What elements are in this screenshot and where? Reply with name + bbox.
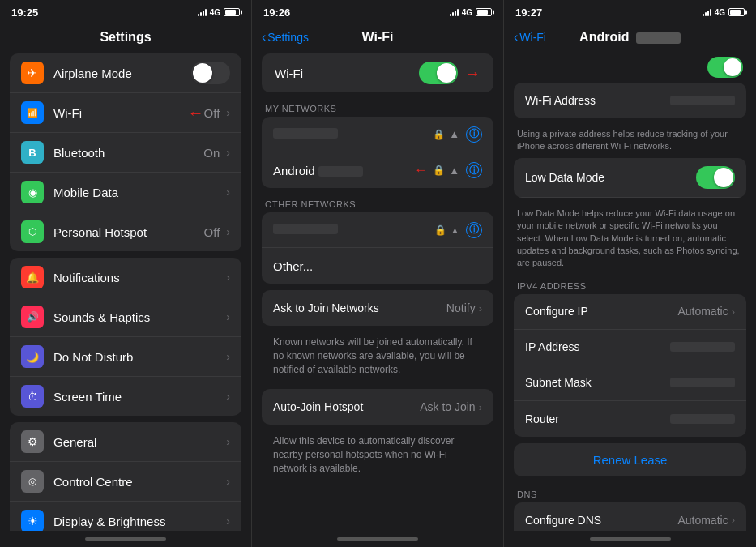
home-indicator-2 bbox=[252, 531, 503, 547]
auto-join-label: Auto-Join Hotspot bbox=[273, 400, 420, 413]
screen-time-chevron: › bbox=[226, 390, 230, 403]
settings-item-general[interactable]: ⚙ General › bbox=[10, 422, 241, 462]
settings-item-notifications[interactable]: 🔔 Notifications › bbox=[10, 258, 241, 297]
router-value bbox=[670, 414, 735, 424]
status-bar-3: 19:27 4G bbox=[504, 0, 756, 23]
control-centre-icon: ◎ bbox=[21, 470, 44, 493]
mobile-data-chevron: › bbox=[226, 186, 230, 199]
nav-header-wifi: ‹ Settings Wi-Fi bbox=[252, 23, 503, 53]
dnd-chevron: › bbox=[226, 350, 230, 363]
settings-item-hotspot[interactable]: ⬡ Personal Hotspot Off › bbox=[10, 212, 241, 251]
router-row: Router bbox=[514, 401, 746, 437]
hotspot-icon: ⬡ bbox=[21, 220, 44, 243]
home-indicator-1 bbox=[0, 531, 251, 547]
red-arrow-wifi-toggle: → bbox=[464, 64, 481, 83]
settings-item-control-centre[interactable]: ◎ Control Centre › bbox=[10, 462, 241, 502]
back-button-detail[interactable]: ‹ Wi-Fi bbox=[514, 30, 546, 45]
wifi-icon: 📶 bbox=[21, 101, 44, 124]
low-data-mode-row: Low Data Mode bbox=[514, 158, 746, 198]
ask-to-join-desc: Known networks will be joined automatica… bbox=[262, 329, 493, 382]
time-3: 19:27 bbox=[515, 6, 542, 19]
my-networks-group: 🔒 ▲ ⓘ Android ← 🔒 ▲ ⓘ bbox=[262, 117, 493, 188]
settings-item-airplane-mode[interactable]: ✈ Airplane Mode bbox=[10, 53, 241, 93]
low-data-group: Low Data Mode bbox=[514, 158, 746, 198]
airplane-mode-toggle[interactable] bbox=[191, 62, 230, 84]
settings-item-mobile-data[interactable]: ◉ Mobile Data › bbox=[10, 173, 241, 212]
configure-ip-row[interactable]: Configure IP Automatic › bbox=[514, 294, 746, 330]
low-data-mode-desc: Low Data Mode helps reduce your Wi-Fi da… bbox=[504, 204, 756, 275]
bluetooth-label: Bluetooth bbox=[53, 146, 203, 160]
low-data-mode-toggle[interactable] bbox=[696, 166, 735, 189]
auto-join-desc: Allow this device to automatically disco… bbox=[262, 428, 493, 481]
mobile-data-label: Mobile Data bbox=[53, 186, 224, 199]
wifi-address-group: Wi-Fi Address bbox=[514, 83, 746, 118]
wifi-value: Off bbox=[204, 106, 220, 120]
low-data-mode-label: Low Data Mode bbox=[525, 171, 690, 184]
configure-ip-label: Configure IP bbox=[525, 305, 677, 318]
network-item-2[interactable]: Android ← 🔒 ▲ ⓘ bbox=[262, 152, 493, 188]
sounds-label: Sounds & Haptics bbox=[53, 310, 224, 324]
sounds-icon: 🔊 bbox=[21, 306, 44, 328]
connected-toggle-area bbox=[504, 53, 756, 83]
settings-item-bluetooth[interactable]: B Bluetooth On › bbox=[10, 133, 241, 173]
network-icons-1: 🔒 ▲ bbox=[433, 128, 459, 140]
page-title-wifi: Wi-Fi bbox=[362, 30, 394, 45]
settings-item-dnd[interactable]: 🌙 Do Not Disturb › bbox=[10, 337, 241, 377]
general-label: General bbox=[53, 435, 224, 449]
configure-dns-chevron: › bbox=[732, 514, 735, 526]
network-info-btn-1[interactable]: ⓘ bbox=[466, 126, 482, 143]
other-network-link[interactable]: Other... bbox=[262, 248, 493, 284]
lte-1: 4G bbox=[210, 8, 220, 17]
wifi-address-row: Wi-Fi Address bbox=[514, 83, 746, 118]
mobile-data-icon: ◉ bbox=[21, 181, 44, 203]
back-label-detail: Wi-Fi bbox=[519, 31, 546, 44]
hotspot-label: Personal Hotspot bbox=[53, 225, 204, 239]
ipv4-group: Configure IP Automatic › IP Address Subn… bbox=[514, 294, 746, 437]
wifi-chevron: › bbox=[226, 106, 230, 119]
ask-to-join-label: Ask to Join Networks bbox=[273, 301, 446, 314]
panel-network-detail: 19:27 4G ‹ Wi-Fi Android bbox=[504, 0, 756, 547]
connected-toggle[interactable] bbox=[707, 57, 743, 78]
settings-item-sounds[interactable]: 🔊 Sounds & Haptics › bbox=[10, 297, 241, 337]
wifi-main-toggle[interactable] bbox=[419, 62, 458, 84]
network-item-3[interactable]: 🔒 ▲ ⓘ bbox=[262, 212, 493, 248]
control-centre-chevron: › bbox=[226, 475, 230, 488]
back-button-wifi[interactable]: ‹ Settings bbox=[262, 30, 309, 45]
renew-lease-button[interactable]: Renew Lease bbox=[514, 443, 746, 476]
settings-item-wifi[interactable]: 📶 Wi-Fi ← Off › bbox=[10, 93, 241, 133]
network-name-1 bbox=[273, 127, 433, 141]
ip-address-label: IP Address bbox=[525, 340, 670, 353]
ask-to-join-row: Ask to Join Networks Notify › bbox=[262, 290, 493, 326]
wifi-address-value bbox=[670, 96, 735, 105]
ask-to-join-item[interactable]: Ask to Join Networks Notify › bbox=[262, 290, 493, 326]
bluetooth-chevron: › bbox=[226, 146, 230, 159]
hotspot-value: Off bbox=[204, 225, 220, 239]
renew-lease-group: Renew Lease bbox=[514, 443, 746, 476]
status-bar-2: 19:26 4G bbox=[252, 0, 503, 23]
notifications-label: Notifications bbox=[53, 271, 224, 284]
dns-group: Configure DNS Automatic › bbox=[514, 502, 746, 531]
lock-icon-1: 🔒 bbox=[433, 129, 445, 140]
configure-ip-value: Automatic bbox=[677, 305, 728, 318]
page-title-detail: Android bbox=[579, 30, 681, 45]
network-item-1[interactable]: 🔒 ▲ ⓘ bbox=[262, 117, 493, 152]
auto-join-item[interactable]: Auto-Join Hotspot Ask to Join › bbox=[262, 389, 493, 425]
network-info-btn-2[interactable]: ⓘ bbox=[466, 162, 482, 178]
ip-address-value bbox=[670, 342, 735, 352]
time-1: 19:25 bbox=[11, 6, 38, 19]
general-icon: ⚙ bbox=[21, 430, 44, 453]
wifi-address-label: Wi-Fi Address bbox=[525, 94, 670, 107]
settings-item-display[interactable]: ☀ Display & Brightness › bbox=[10, 502, 241, 531]
ipv4-header: IPV4 ADDRESS bbox=[504, 275, 756, 294]
battery-2 bbox=[476, 8, 492, 16]
configure-dns-row[interactable]: Configure DNS Automatic › bbox=[514, 502, 746, 531]
settings-item-screen-time[interactable]: ⏱ Screen Time › bbox=[10, 377, 241, 416]
lock-icon-2: 🔒 bbox=[433, 165, 445, 176]
nav-header-detail: ‹ Wi-Fi Android bbox=[504, 23, 756, 53]
signal-bars-3 bbox=[703, 8, 711, 16]
general-chevron: › bbox=[226, 435, 230, 448]
display-label: Display & Brightness bbox=[53, 515, 224, 528]
ask-to-join-chevron: › bbox=[479, 302, 482, 314]
network-info-btn-3[interactable]: ⓘ bbox=[466, 222, 482, 238]
ip-address-row: IP Address bbox=[514, 330, 746, 365]
